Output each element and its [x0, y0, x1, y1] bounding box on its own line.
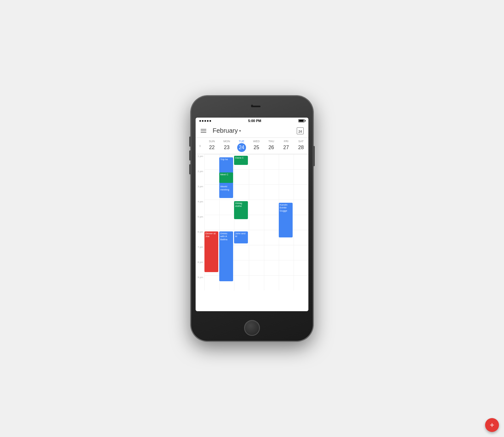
- time-label-7: 8 pm: [196, 260, 204, 275]
- time-cell-2-6[interactable]: [294, 184, 308, 200]
- time-cell-6-1[interactable]: [219, 245, 234, 260]
- time-cell-5-5[interactable]: [279, 230, 294, 245]
- day-name-sun: Sun: [209, 140, 215, 143]
- time-cell-2-5[interactable]: [279, 184, 294, 200]
- time-cell-5-3[interactable]: [249, 230, 264, 245]
- time-cell-0-1[interactable]: [219, 154, 234, 169]
- menu-line-2: [201, 131, 206, 131]
- time-cell-7-0[interactable]: [204, 260, 219, 275]
- time-cell-4-6[interactable]: [294, 215, 308, 230]
- month-label[interactable]: February: [213, 127, 238, 134]
- day-header-fri[interactable]: Fri 27: [279, 139, 294, 153]
- time-label-6: 7 pm: [196, 245, 204, 260]
- time-cell-2-0[interactable]: [204, 184, 219, 200]
- time-cell-8-1[interactable]: [219, 275, 234, 290]
- time-cell-6-3[interactable]: [249, 245, 264, 260]
- phone-screen: 5:00 PM February ▾: [196, 118, 308, 311]
- time-cell-7-1[interactable]: [219, 260, 234, 275]
- time-cell-4-0[interactable]: [204, 215, 219, 230]
- time-cell-6-0[interactable]: [204, 245, 219, 260]
- time-cell-1-2[interactable]: [234, 169, 249, 184]
- hamburger-menu-button[interactable]: [199, 128, 208, 134]
- time-cell-3-2[interactable]: [234, 200, 249, 215]
- time-cell-5-6[interactable]: [294, 230, 308, 245]
- time-cell-7-5[interactable]: [279, 260, 294, 275]
- time-cell-8-3[interactable]: [249, 275, 264, 290]
- time-cell-3-0[interactable]: [204, 200, 219, 215]
- time-cell-7-6[interactable]: [294, 260, 308, 275]
- time-cell-0-4[interactable]: [264, 154, 279, 169]
- time-cell-3-4[interactable]: [264, 200, 279, 215]
- menu-line-1: [201, 129, 206, 130]
- time-cell-4-2[interactable]: [234, 215, 249, 230]
- time-cell-6-6[interactable]: [294, 245, 308, 260]
- time-cell-3-1[interactable]: [219, 200, 234, 215]
- time-cell-2-4[interactable]: [264, 184, 279, 200]
- time-cell-1-6[interactable]: [294, 169, 308, 184]
- time-cell-1-0[interactable]: [204, 169, 219, 184]
- dropdown-arrow[interactable]: ▾: [239, 129, 241, 133]
- calendar-body[interactable]: 1 pm2 pm3 pm4 pm5 pm6 pm7 pm8 pm9 pm Tri…: [196, 154, 308, 311]
- header-title: February ▾: [213, 127, 296, 134]
- time-cell-3-5[interactable]: [279, 200, 294, 215]
- day-header-mon[interactable]: Mon 23: [219, 139, 234, 153]
- menu-line-3: [201, 132, 206, 133]
- dot-2: [202, 120, 203, 122]
- time-cell-8-4[interactable]: [264, 275, 279, 290]
- time-cell-2-2[interactable]: [234, 184, 249, 200]
- time-cell-0-3[interactable]: [249, 154, 264, 169]
- time-cell-5-4[interactable]: [264, 230, 279, 245]
- day-number-fri: 27: [282, 143, 290, 152]
- dot-5: [209, 120, 211, 122]
- day-number-wed: 25: [252, 143, 261, 152]
- time-cell-0-6[interactable]: [294, 154, 308, 169]
- day-number-mon: 23: [222, 143, 231, 152]
- time-cell-6-5[interactable]: [279, 245, 294, 260]
- time-cell-2-3[interactable]: [249, 184, 264, 200]
- time-cell-0-5[interactable]: [279, 154, 294, 169]
- day-header-tue[interactable]: Tue 24: [234, 139, 249, 153]
- time-cell-0-2[interactable]: [234, 154, 249, 169]
- time-cell-7-2[interactable]: [234, 260, 249, 275]
- time-cell-5-1[interactable]: [219, 230, 234, 245]
- day-name-wed: Wed: [253, 140, 260, 143]
- home-button[interactable]: [244, 320, 260, 336]
- day-header-thu[interactable]: Thu 26: [264, 139, 279, 153]
- time-cell-4-5[interactable]: [279, 215, 294, 230]
- time-label-1: 2 pm: [196, 169, 204, 184]
- day-header-sat[interactable]: Sat 28: [294, 139, 308, 153]
- time-cell-4-1[interactable]: [219, 215, 234, 230]
- battery-fill: [299, 120, 304, 122]
- time-cell-4-4[interactable]: [264, 215, 279, 230]
- time-label-5: 6 pm: [196, 230, 204, 245]
- day-header-wed[interactable]: Wed 25: [249, 139, 264, 153]
- time-cell-8-6[interactable]: [294, 275, 308, 290]
- time-cell-1-3[interactable]: [249, 169, 264, 184]
- time-cell-8-0[interactable]: [204, 275, 219, 290]
- time-cell-6-2[interactable]: [234, 245, 249, 260]
- time-cell-1-1[interactable]: [219, 169, 234, 184]
- day-name-mon: Mon: [223, 140, 230, 143]
- time-label-3: 4 pm: [196, 200, 204, 215]
- time-label-2: 3 pm: [196, 184, 204, 200]
- time-cell-4-3[interactable]: [249, 215, 264, 230]
- time-cell-6-4[interactable]: [264, 245, 279, 260]
- signal-bars: [199, 120, 211, 122]
- time-cell-5-0[interactable]: [204, 230, 219, 245]
- time-cell-1-4[interactable]: [264, 169, 279, 184]
- time-cell-3-6[interactable]: [294, 200, 308, 215]
- time-cell-1-5[interactable]: [279, 169, 294, 184]
- time-cell-5-2[interactable]: [234, 230, 249, 245]
- time-cell-8-2[interactable]: [234, 275, 249, 290]
- time-cell-0-0[interactable]: [204, 154, 219, 169]
- time-cell-7-4[interactable]: [264, 260, 279, 275]
- day-header-sun[interactable]: Sun 22: [204, 139, 219, 153]
- battery-icon: [298, 119, 305, 122]
- time-cell-7-3[interactable]: [249, 260, 264, 275]
- time-cell-2-1[interactable]: [219, 184, 234, 200]
- time-cell-3-3[interactable]: [249, 200, 264, 215]
- time-cell-8-5[interactable]: [279, 275, 294, 290]
- today-button[interactable]: 24: [296, 126, 305, 135]
- status-time: 5:00 PM: [248, 119, 261, 123]
- app-header: February ▾ 24: [196, 124, 308, 138]
